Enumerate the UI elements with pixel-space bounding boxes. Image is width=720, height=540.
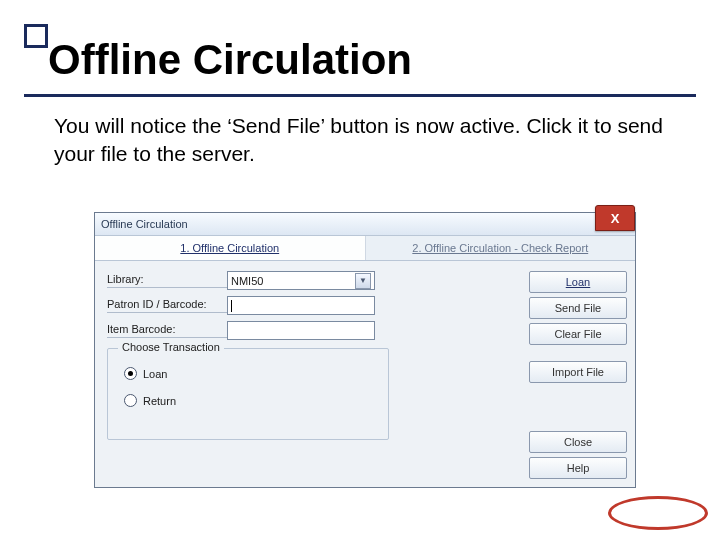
- slide: Offline Circulation You will notice the …: [0, 0, 720, 540]
- gap: [529, 349, 627, 357]
- close-icon: X: [611, 211, 620, 226]
- patron-input[interactable]: [227, 296, 375, 315]
- dialog-wrap: Offline Circulation X 1. Offline Circula…: [94, 212, 634, 508]
- send-file-button[interactable]: Send File: [529, 297, 627, 319]
- offline-circulation-dialog: Offline Circulation X 1. Offline Circula…: [94, 212, 636, 488]
- item-barcode-input[interactable]: [227, 321, 375, 340]
- library-value: NMI50: [231, 275, 263, 287]
- import-file-button[interactable]: Import File: [529, 361, 627, 383]
- clear-file-button[interactable]: Clear File: [529, 323, 627, 345]
- radio-return[interactable]: Return: [124, 394, 378, 407]
- callout-circle-icon: [608, 496, 708, 530]
- slide-title: Offline Circulation: [48, 36, 412, 84]
- label-patron: Patron ID / Barcode:: [107, 298, 227, 313]
- label-item: Item Barcode:: [107, 323, 227, 338]
- library-combo[interactable]: NMI50 ▼: [227, 271, 375, 290]
- tab-check-report[interactable]: 2. Offline Circulation - Check Report: [366, 236, 636, 260]
- titlebar-text: Offline Circulation: [101, 218, 188, 230]
- dialog-body: Library: NMI50 ▼ Patron ID / Barcode: It…: [95, 261, 635, 487]
- form-area: Library: NMI50 ▼ Patron ID / Barcode: It…: [107, 271, 521, 479]
- radio-icon: [124, 394, 137, 407]
- tab-offline-circulation[interactable]: 1. Offline Circulation: [95, 236, 366, 260]
- radio-loan[interactable]: Loan: [124, 367, 378, 380]
- radio-return-label: Return: [143, 395, 176, 407]
- text-cursor-icon: [231, 300, 232, 312]
- label-library: Library:: [107, 273, 227, 288]
- radio-icon: [124, 367, 137, 380]
- group-title: Choose Transaction: [118, 341, 224, 353]
- help-button[interactable]: Help: [529, 457, 627, 479]
- loan-button[interactable]: Loan: [529, 271, 627, 293]
- close-button[interactable]: X: [595, 205, 635, 231]
- body-text: You will notice the ‘Send File’ button i…: [54, 112, 674, 169]
- radio-loan-label: Loan: [143, 368, 167, 380]
- titlebar: Offline Circulation X: [95, 213, 635, 236]
- chevron-down-icon: ▼: [355, 273, 371, 289]
- bullet-square-icon: [24, 24, 48, 48]
- button-column: Loan Send File Clear File Import File Cl…: [529, 271, 627, 479]
- title-rule: [24, 94, 696, 97]
- choose-transaction-group: Choose Transaction Loan Return: [107, 348, 389, 440]
- close-dialog-button[interactable]: Close: [529, 431, 627, 453]
- gap: [529, 387, 627, 427]
- tab-row: 1. Offline Circulation 2. Offline Circul…: [95, 236, 635, 261]
